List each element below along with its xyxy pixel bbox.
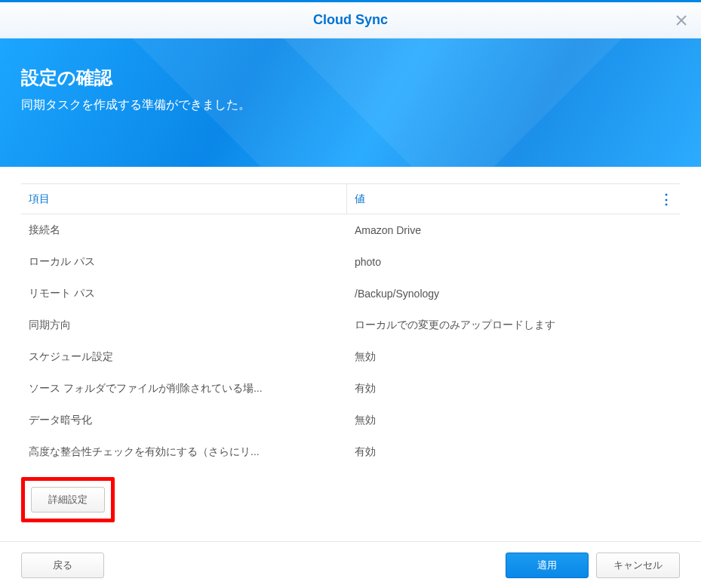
apply-button[interactable]: 適用 [506,553,589,578]
cloud-sync-dialog: Cloud Sync 設定の確認 同期タスクを作成する準備ができました。 項目 … [0,0,701,588]
column-header-item[interactable]: 項目 [21,184,347,214]
wizard-banner: 設定の確認 同期タスクを作成する準備ができました。 [0,38,701,167]
table-row: リモート パス /Backup/Synology [21,278,680,309]
footer-left: 戻る [21,553,104,578]
more-vertical-icon: ⋮ [659,192,673,207]
footer-right: 適用 キャンセル [506,553,680,578]
row-value: 有効 [347,445,680,459]
row-value: ローカルでの変更のみアップロードします [347,319,680,332]
row-item: 同期方向 [21,319,347,332]
row-item: リモート パス [21,287,347,300]
banner-title: 設定の確認 [21,66,680,90]
row-item: スケジュール設定 [21,350,347,364]
row-value: photo [347,256,680,268]
table-row: スケジュール設定 無効 [21,341,680,373]
row-value: 有効 [347,382,680,396]
content-area: 項目 値 ⋮ 接続名 Amazon Drive ローカル パス photo リモ… [0,167,701,541]
row-value: 無効 [347,414,680,427]
title-bar: Cloud Sync [0,2,701,38]
table-row: 同期方向 ローカルでの変更のみアップロードします [21,309,680,341]
cancel-button[interactable]: キャンセル [596,553,680,578]
row-item: ローカル パス [21,255,347,269]
row-item: 高度な整合性チェックを有効にする（さらにリ... [21,445,347,459]
row-item: 接続名 [21,223,347,237]
table-row: 接続名 Amazon Drive [21,214,680,246]
row-value: /Backup/Synology [347,288,680,300]
row-value: Amazon Drive [347,224,680,236]
row-item: データ暗号化 [21,414,347,427]
table-row: 高度な整合性チェックを有効にする（さらにリ... 有効 [21,436,680,468]
table-options-button[interactable]: ⋮ [659,191,674,208]
table-row: ソース フォルダでファイルが削除されている場... 有効 [21,373,680,405]
column-header-value[interactable]: 値 [347,184,680,214]
advanced-settings-button[interactable]: 詳細設定 [31,487,105,513]
table-row: ローカル パス photo [21,246,680,278]
back-button[interactable]: 戻る [21,553,104,578]
row-item: ソース フォルダでファイルが削除されている場... [21,382,347,396]
advanced-button-highlight: 詳細設定 [21,477,115,522]
banner-subtitle: 同期タスクを作成する準備ができました。 [21,97,680,113]
settings-table: 項目 値 ⋮ 接続名 Amazon Drive ローカル パス photo リモ… [21,183,680,468]
row-value: 無効 [347,350,680,364]
table-row: データ暗号化 無効 [21,405,680,436]
app-title: Cloud Sync [313,12,388,28]
close-button[interactable] [674,13,689,28]
dialog-footer: 戻る 適用 キャンセル [0,541,701,588]
table-header: 項目 値 ⋮ [21,184,680,214]
close-icon [675,14,687,26]
